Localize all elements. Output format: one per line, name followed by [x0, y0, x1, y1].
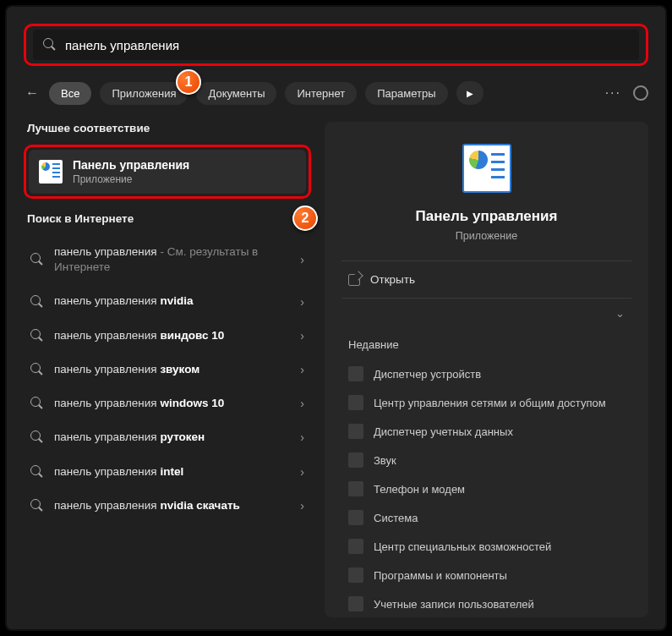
search-highlight-box [24, 24, 648, 66]
filter-pill-all[interactable]: Все [49, 82, 91, 105]
web-result-text: панель управления - См. результаты в Инт… [54, 244, 290, 275]
web-result-text: панель управления виндовс 10 [54, 328, 290, 343]
recent-item-label: Диспетчер учетных данных [374, 425, 513, 438]
recent-item[interactable]: Центр управления сетями и общим доступом [345, 388, 628, 417]
best-match-highlight-box: Панель управления Приложение [24, 145, 311, 199]
search-panel: 1 2 ← Все Приложения Документы Интернет … [5, 5, 667, 631]
recent-item-label: Программы и компоненты [374, 569, 507, 582]
annotation-badge-2: 2 [292, 206, 318, 231]
recent-item-label: Звук [374, 454, 396, 467]
search-icon [30, 295, 44, 309]
search-icon [30, 499, 44, 513]
chevron-right-icon: › [300, 430, 304, 444]
recent-item[interactable]: Программы и компоненты [345, 561, 628, 589]
web-result-text: панель управления звуком [54, 362, 290, 377]
control-panel-icon [39, 160, 63, 184]
filter-pill-settings[interactable]: Параметры [365, 82, 447, 105]
search-icon [30, 430, 44, 444]
search-input[interactable] [65, 38, 629, 52]
search-icon [30, 363, 44, 376]
back-button[interactable]: ← [24, 85, 41, 101]
web-result-item[interactable]: панель управления windows 10› [24, 387, 311, 420]
open-label: Открыть [370, 273, 415, 286]
chevron-right-icon: › [300, 295, 304, 309]
recent-item-label: Учетные записи пользователей [374, 598, 534, 611]
chevron-right-icon: › [300, 499, 304, 513]
web-result-item[interactable]: панель управления intel› [24, 455, 311, 489]
best-match-text: Панель управления Приложение [73, 158, 189, 185]
chevron-right-icon: › [300, 363, 304, 376]
control-panel-icon-large [462, 144, 511, 193]
search-icon [30, 329, 44, 343]
recent-item-icon [348, 424, 363, 439]
search-icon [30, 253, 44, 266]
recent-item-icon [348, 567, 363, 583]
app-title: Панель управления [345, 208, 628, 225]
web-result-text: панель управления windows 10 [54, 396, 290, 411]
recent-item[interactable]: Звук [345, 446, 628, 474]
expand-chevron-icon[interactable]: ⌄ [615, 307, 625, 320]
app-hero: Панель управления Приложение [345, 144, 628, 242]
recent-item-icon [348, 481, 363, 496]
web-results-list: панель управления - См. результаты в Инт… [24, 235, 311, 523]
recent-item-icon [348, 510, 363, 525]
recent-item-icon [348, 596, 363, 611]
annotation-badge-1: 1 [176, 69, 201, 95]
recent-item-label: Система [374, 512, 418, 524]
web-result-text: панель управления nvidia скачать [54, 498, 290, 513]
recent-heading: Недавние [348, 338, 628, 351]
web-result-item[interactable]: панель управления nvidia скачать› [24, 489, 311, 523]
web-result-text: панель управления intel [54, 464, 290, 480]
recent-item-icon [348, 395, 363, 410]
details-panel: Панель управления Приложение Открыть ⌄ Н… [325, 122, 648, 617]
chevron-right-icon: › [300, 253, 304, 266]
filter-row: ← Все Приложения Документы Интернет Пара… [24, 81, 648, 105]
search-icon [30, 465, 44, 479]
search-icon [43, 38, 57, 52]
recent-item[interactable]: Телефон и модем [345, 474, 628, 503]
recent-item-icon [348, 366, 363, 381]
web-result-item[interactable]: панель управления - См. результаты в Инт… [24, 235, 311, 284]
recent-item-label: Телефон и модем [374, 483, 465, 496]
recent-item[interactable]: Центр специальных возможностей [345, 532, 628, 561]
recent-item[interactable]: Учетные записи пользователей [345, 589, 628, 617]
filter-pill-docs[interactable]: Документы [196, 82, 276, 105]
overflow-menu-button[interactable]: ··· [605, 85, 621, 101]
web-search-heading: Поиск в Интернете [27, 212, 311, 225]
web-result-item[interactable]: панель управления виндовс 10› [24, 319, 311, 353]
chevron-right-icon: › [300, 397, 304, 410]
web-result-item[interactable]: панель управления звуком› [24, 353, 311, 387]
chevron-right-icon: › [300, 465, 304, 479]
best-match-result[interactable]: Панель управления Приложение [29, 150, 306, 194]
best-match-title: Панель управления [73, 158, 189, 172]
recent-item[interactable]: Система [345, 503, 628, 532]
recent-item-icon [348, 539, 363, 554]
web-result-text: панель управления рутокен [54, 430, 290, 445]
filter-pill-web[interactable]: Интернет [285, 82, 357, 105]
filter-more-button[interactable]: ▶ [456, 81, 484, 105]
best-match-subtitle: Приложение [73, 173, 189, 185]
recent-item-icon [348, 452, 363, 468]
recent-list: Диспетчер устройствЦентр управления сетя… [345, 359, 628, 617]
open-action[interactable]: Открыть [345, 261, 628, 298]
web-result-item[interactable]: панель управления рутокен› [24, 420, 311, 454]
recent-item-label: Центр управления сетями и общим доступом [374, 397, 606, 409]
profile-icon[interactable] [633, 85, 648, 101]
web-result-text: панель управления nvidia [54, 293, 290, 309]
open-icon [348, 274, 360, 286]
recent-item[interactable]: Диспетчер устройств [345, 359, 628, 388]
app-subtitle: Приложение [345, 230, 628, 242]
search-icon [30, 397, 44, 410]
best-match-heading: Лучшее соответствие [27, 122, 311, 134]
chevron-right-icon: › [300, 329, 304, 343]
recent-item[interactable]: Диспетчер учетных данных [345, 417, 628, 446]
search-bar[interactable] [33, 30, 639, 60]
recent-item-label: Центр специальных возможностей [374, 540, 551, 553]
filter-pill-apps[interactable]: Приложения [100, 82, 188, 105]
recent-item-label: Диспетчер устройств [374, 368, 481, 381]
results-column: Лучшее соответствие Панель управления Пр… [24, 122, 311, 617]
web-result-item[interactable]: панель управления nvidia› [24, 284, 311, 318]
